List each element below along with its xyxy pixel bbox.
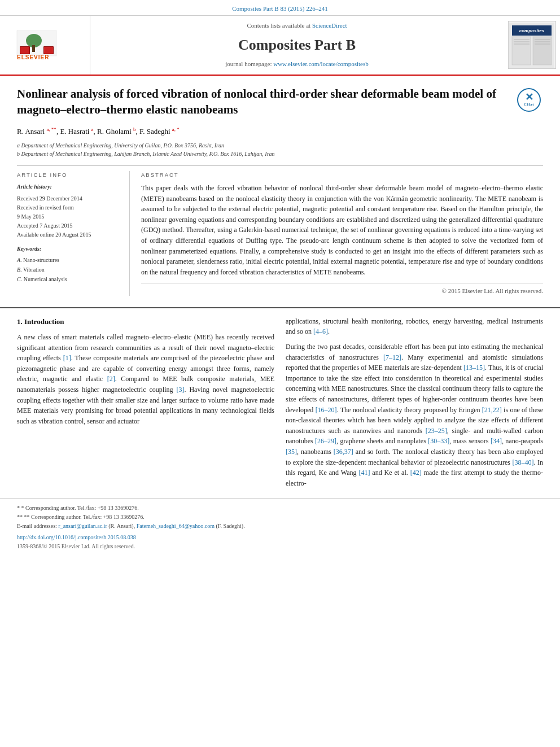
science-direct-prefix: Contents lists available at: [247, 22, 310, 29]
email-1-owner: (R. Ansari),: [108, 523, 135, 529]
email-line: E-mail addresses: r_ansari@guilan.ac.ir …: [17, 522, 543, 531]
affiliation-a: a Department of Mechanical Engineering, …: [17, 141, 543, 150]
kw-2-text: . Vibration: [20, 267, 45, 273]
crossmark-badge[interactable]: ✕ CHat: [515, 86, 543, 114]
such-text: such: [17, 417, 29, 425]
ref-41[interactable]: [41]: [358, 469, 370, 477]
journal-header: ELSEVIER Contents lists available at Sci…: [0, 16, 560, 75]
elsevier-logo: ELSEVIER: [14, 29, 76, 60]
intro-para-3: During the two past decades, considerabl…: [286, 342, 543, 488]
journal-homepage-line: journal homepage: www.elsevier.com/locat…: [225, 60, 368, 68]
article-revised-date: 9 May 2015: [17, 212, 121, 221]
available-date: Available online 20 August 2015: [17, 231, 91, 238]
ref-21-22[interactable]: [21,22]: [482, 406, 502, 414]
svg-rect-11: [512, 37, 531, 65]
article-revised-label: Received in revised form: [17, 203, 121, 212]
ref-26-29[interactable]: [26–29]: [315, 437, 336, 445]
footnote-2-text: ** Corresponding author. Tel./fax: +98 1…: [24, 514, 145, 520]
crossmark-label: CHat: [524, 102, 534, 107]
keywords-label: Keywords:: [17, 245, 121, 253]
ref-23-25[interactable]: [23–25]: [426, 427, 447, 435]
abstract-column: ABSTRACT This paper deals with the force…: [141, 171, 543, 296]
thumbnail-svg: composites: [509, 23, 554, 68]
footnote-1: * * Corresponding author. Tel./fax: +98 …: [17, 504, 543, 513]
svg-rect-12: [533, 37, 552, 65]
article-section: Nonlinear analysis of forced vibration o…: [0, 76, 560, 302]
ref-34[interactable]: [34]: [491, 437, 502, 445]
science-direct-line: Contents lists available at ScienceDirec…: [247, 21, 347, 30]
science-direct-link[interactable]: ScienceDirect: [312, 22, 347, 29]
svg-rect-4: [20, 47, 29, 54]
article-info-abstract: ARTICLE INFO Article history: Received 2…: [17, 165, 543, 296]
article-accepted: Accepted 7 August 2015: [17, 221, 121, 230]
ref-30-33[interactable]: [30–33]: [428, 437, 449, 445]
issn-line: 1359-8368/© 2015 Elsevier Ltd. All right…: [17, 542, 543, 551]
homepage-url[interactable]: www.elsevier.com/locate/compositesb: [273, 60, 369, 67]
ref-2[interactable]: [2]: [107, 375, 115, 383]
revised-label: Received in revised form: [17, 204, 74, 211]
ref-42[interactable]: [42]: [410, 469, 422, 477]
ref-3[interactable]: [3]: [176, 386, 184, 394]
received-date: Received 29 December 2014: [17, 195, 82, 202]
kw-3-text: . Numerical analysis: [21, 276, 67, 282]
main-body: 1. Introduction A new class of smart mat…: [0, 307, 560, 499]
ref-7-12[interactable]: [7–12]: [383, 353, 401, 361]
article-received: Received 29 December 2014: [17, 194, 121, 203]
ref-4-6[interactable]: [4–6]: [313, 327, 328, 335]
keyword-3: C. Numerical analysis: [17, 274, 121, 284]
ref-38-40[interactable]: [38–40]: [512, 458, 533, 466]
article-available: Available online 20 August 2015: [17, 230, 121, 239]
footer-notes: * * Corresponding author. Tel./fax: +98 …: [0, 499, 560, 554]
affiliation-b: b Department of Mechanical Engineering, …: [17, 150, 543, 158]
svg-text:ELSEVIER: ELSEVIER: [17, 54, 49, 60]
homepage-label: journal homepage:: [225, 60, 272, 67]
copyright-line: © 2015 Elsevier Ltd. All rights reserved…: [141, 283, 543, 295]
email-1-link[interactable]: r_ansari@guilan.ac.ir: [58, 523, 107, 529]
svg-rect-6: [44, 47, 53, 54]
footnote-2-marker: **: [17, 514, 23, 520]
ref-13-15[interactable]: [13–15]: [463, 364, 485, 372]
elsevier-logo-svg: ELSEVIER: [14, 29, 76, 60]
journal-thumbnail-area: composites: [504, 16, 560, 74]
elsevier-logo-area: ELSEVIER: [0, 16, 90, 74]
email-2-owner: (F. Sadeghi).: [216, 523, 245, 529]
body-col-right: applications, structural health monitori…: [286, 316, 543, 493]
keyword-1: A. Nano-structures: [17, 255, 121, 265]
footnote-1-marker: *: [17, 505, 20, 511]
affiliations: a Department of Mechanical Engineering, …: [17, 141, 543, 158]
keyword-2: B. Vibration: [17, 265, 121, 274]
journal-title-area: Contents lists available at ScienceDirec…: [90, 16, 504, 74]
crossmark-circle: ✕ CHat: [517, 88, 541, 112]
intro-para-1: A new class of smart materials called ma…: [17, 332, 274, 426]
article-info-column: ARTICLE INFO Article history: Received 2…: [17, 171, 130, 296]
crossmark-icon: ✕: [525, 92, 533, 102]
body-two-col: 1. Introduction A new class of smart mat…: [17, 316, 543, 493]
footnote-1-text: * Corresponding author. Tel./fax: +98 13…: [21, 505, 139, 511]
intro-para-2: applications, structural health monitori…: [286, 316, 543, 337]
authors-line: R. Ansari a, **, E. Hasrati a, R. Gholam…: [17, 125, 543, 137]
revised-date: 9 May 2015: [17, 213, 44, 220]
article-info-label: ARTICLE INFO: [17, 171, 121, 178]
abstract-text: This paper deals with the forced vibrati…: [141, 183, 543, 277]
journal-thumbnail: composites: [508, 21, 556, 69]
doi-line: http://dx.doi.org/10.1016/j.compositesb.…: [17, 533, 543, 542]
doi-link[interactable]: http://dx.doi.org/10.1016/j.compositesb.…: [17, 534, 136, 540]
svg-rect-2: [32, 45, 35, 52]
ref-35[interactable]: [35]: [286, 448, 297, 456]
journal-name: Composites Part B: [238, 35, 356, 55]
section-1-heading: 1. Introduction: [17, 316, 274, 327]
article-history-label: Article history:: [17, 183, 121, 191]
ref-36-37[interactable]: [36,37]: [334, 448, 353, 456]
citation-bar: Composites Part B 83 (2015) 226–241: [0, 0, 560, 16]
accepted-date: Accepted 7 August 2015: [17, 222, 73, 229]
page: Composites Part B 83 (2015) 226–241: [0, 0, 560, 747]
author-1: R. Ansari a, **, E. Hasrati a, R. Gholam…: [17, 127, 180, 136]
ref-16-20[interactable]: [16–20]: [316, 406, 337, 414]
svg-text:composites: composites: [519, 28, 545, 33]
abstract-label: ABSTRACT: [141, 171, 543, 178]
article-title: Nonlinear analysis of forced vibration o…: [17, 86, 543, 118]
email-2-link[interactable]: Fatemeh_sadeghi_64@yahoo.com: [137, 523, 215, 529]
email-label: E-mail addresses:: [17, 523, 57, 529]
ref-1[interactable]: [1]: [63, 354, 71, 362]
kw-1-text: . Nano-structures: [20, 257, 59, 263]
